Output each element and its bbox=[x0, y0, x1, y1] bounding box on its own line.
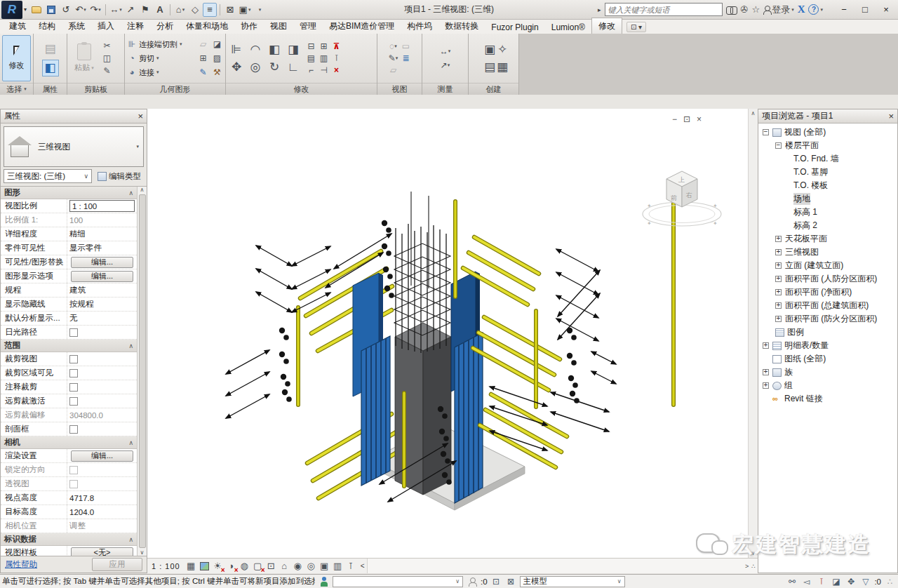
type-selector[interactable]: 三维视图 ▾ bbox=[4, 126, 144, 167]
tree-item-views[interactable]: 视图 (全部) bbox=[758, 126, 897, 139]
properties-toggle-icon[interactable]: ◧ bbox=[42, 60, 59, 76]
tree-item-area-plan-fire[interactable]: 面积平面 (防火分区面积) bbox=[758, 312, 897, 326]
expand-icon[interactable] bbox=[775, 302, 782, 309]
expand-icon[interactable] bbox=[775, 262, 782, 269]
crop-view-checkbox[interactable] bbox=[69, 355, 78, 363]
property-value[interactable]: 精细 bbox=[67, 229, 137, 239]
visibility-edit-button[interactable]: 编辑... bbox=[71, 257, 133, 268]
scale-icon[interactable]: ▥ bbox=[318, 53, 330, 64]
drag-elements-on-selection-icon[interactable]: ✥ bbox=[845, 576, 857, 587]
tree-item-sheets[interactable]: 图纸 (全部) bbox=[758, 352, 897, 366]
select-elements-by-face-icon[interactable]: ◪ bbox=[830, 576, 842, 587]
tab-view[interactable]: 视图 bbox=[264, 18, 293, 34]
aligned-dimension-icon[interactable]: ↗ bbox=[123, 3, 138, 17]
favorites-star-icon[interactable]: ☆ bbox=[751, 4, 760, 15]
viewbar-collapse-icon[interactable]: < bbox=[361, 562, 365, 570]
property-value[interactable]: 按规程 bbox=[67, 299, 137, 309]
save-icon[interactable] bbox=[44, 3, 58, 17]
tree-item-site[interactable]: 场地 bbox=[758, 192, 897, 206]
tree-item-to-slab[interactable]: T.O. 楼板 bbox=[758, 179, 897, 192]
section-identity[interactable]: 标识数据∧ bbox=[1, 533, 137, 546]
tree-item-legends[interactable]: 图例 bbox=[758, 326, 897, 339]
canvas-horizontal-scrollbar[interactable]: > ∴ bbox=[367, 559, 758, 573]
align-icon[interactable]: ⊫ bbox=[228, 41, 245, 58]
scroll-down-icon[interactable]: ∨ bbox=[751, 550, 756, 556]
graphic-display-edit-button[interactable]: 编辑... bbox=[71, 271, 133, 282]
redo-icon[interactable]: ↷▾ bbox=[88, 3, 102, 17]
view-scale-button[interactable]: 1 : 100 bbox=[152, 562, 180, 570]
3d-viewport[interactable]: − ⊡ × bbox=[147, 109, 748, 558]
expand-icon[interactable] bbox=[775, 236, 782, 242]
app-menu-arrow-icon[interactable]: ▾ bbox=[24, 6, 27, 13]
expand-icon[interactable] bbox=[763, 342, 769, 349]
render-dialog-icon[interactable]: ◍ bbox=[238, 559, 251, 573]
tab-systems[interactable]: 系统 bbox=[62, 18, 91, 34]
match-type-icon[interactable]: ✎ bbox=[101, 65, 113, 76]
section-graphics[interactable]: 图形∧ bbox=[1, 187, 137, 199]
tab-collaborate[interactable]: 协作 bbox=[234, 18, 264, 34]
section-icon[interactable]: ◇ bbox=[188, 3, 202, 17]
expand-icon[interactable] bbox=[775, 316, 782, 322]
type-selector-arrow-icon[interactable]: ▾ bbox=[136, 144, 139, 149]
tab-lumion[interactable]: Lumion® bbox=[545, 20, 591, 34]
browser-close-icon[interactable]: × bbox=[888, 111, 894, 121]
expand-icon[interactable] bbox=[763, 369, 769, 375]
expand-icon[interactable] bbox=[775, 276, 782, 282]
section-box-checkbox[interactable] bbox=[69, 425, 78, 434]
displace-icon[interactable]: ▱ bbox=[387, 65, 399, 76]
qat-customize-icon[interactable]: ▾ bbox=[253, 3, 267, 17]
scroll-up-icon[interactable]: ∧ bbox=[751, 110, 756, 116]
ribbon-display-options-button[interactable]: ⊡ ▾ bbox=[626, 22, 646, 32]
scroll-right-icon[interactable]: > bbox=[745, 563, 749, 570]
infocenter-collapse-icon[interactable]: ▸ bbox=[598, 6, 601, 13]
section-extents[interactable]: 范围∧ bbox=[1, 340, 137, 352]
select-underlay-elements-icon[interactable]: ◅ bbox=[800, 576, 812, 587]
properties-panel-label[interactable]: 属性 bbox=[34, 83, 67, 95]
sync-icon[interactable]: ↺ bbox=[59, 3, 73, 17]
sign-in-button[interactable]: 登录 ▾ bbox=[763, 4, 794, 16]
paste-button[interactable]: 粘贴▾ bbox=[69, 35, 99, 81]
property-value[interactable]: 无 bbox=[67, 313, 137, 323]
displace-elements-icon[interactable]: ▣ bbox=[318, 559, 331, 573]
properties-scrollbar[interactable]: ∧ ∨ bbox=[137, 187, 147, 556]
tree-item-families[interactable]: 族 bbox=[758, 366, 897, 379]
tree-item-revit-links[interactable]: ∞ Revit 链接 bbox=[758, 392, 897, 406]
copy-element-icon[interactable]: ◎ bbox=[247, 59, 264, 76]
filter-icon[interactable]: ▽ bbox=[859, 576, 871, 587]
annotation-crop-checkbox[interactable] bbox=[69, 383, 78, 392]
tree-item-groups[interactable]: 组 bbox=[758, 379, 897, 392]
cut-geometry-button[interactable]: ◔ 剪切▾ ⊞ ▨ bbox=[127, 51, 223, 65]
tab-structure[interactable]: 结构 bbox=[32, 18, 62, 34]
show-crop-region-icon[interactable]: ⊡ bbox=[264, 559, 278, 573]
tab-component-dock[interactable]: 构件坞 bbox=[401, 18, 438, 34]
tab-modify[interactable]: 修改 bbox=[591, 18, 622, 34]
tree-item-schedules[interactable]: 明细表/数量 bbox=[758, 339, 897, 352]
select-pinned-elements-icon[interactable]: ⊺ bbox=[815, 576, 827, 587]
create-assembly-icon[interactable]: ▦ bbox=[494, 59, 511, 76]
text-icon[interactable]: A bbox=[153, 3, 167, 17]
search-input[interactable] bbox=[605, 3, 723, 16]
search-icon[interactable] bbox=[726, 6, 737, 14]
tab-insert[interactable]: 插入 bbox=[91, 18, 121, 34]
collapse-icon[interactable] bbox=[775, 142, 782, 149]
extend-icon[interactable]: ⊣ bbox=[318, 65, 330, 76]
editable-only-icon[interactable] bbox=[466, 576, 478, 587]
temporary-view-properties-icon[interactable]: ◎ bbox=[304, 559, 318, 573]
model-svg[interactable]: ✦ ✦ ✦ ✦ 上 前 右 bbox=[147, 109, 748, 558]
linework-icon[interactable]: ✎▾ bbox=[387, 53, 399, 64]
switch-windows-icon[interactable]: ▣▾ bbox=[238, 3, 252, 17]
view-restore-icon[interactable]: ⊡ bbox=[683, 114, 690, 124]
formwork-panel-left-ribbed[interactable] bbox=[361, 336, 390, 486]
tree-item-elevations[interactable]: 立面 (建筑立面) bbox=[758, 259, 897, 272]
type-properties-icon[interactable]: ▤ bbox=[42, 41, 59, 58]
instance-selector[interactable]: 三维视图: (三维) ∨ bbox=[4, 169, 92, 183]
tab-annotate[interactable]: 注释 bbox=[121, 18, 150, 34]
mirror-pick-axis-icon[interactable]: ◧ bbox=[266, 41, 283, 58]
view-minimize-icon[interactable]: − bbox=[672, 114, 677, 124]
expand-icon[interactable] bbox=[775, 249, 782, 255]
pin-icon[interactable]: ⊺ bbox=[330, 53, 342, 64]
tree-item-level-2[interactable]: 标高 2 bbox=[758, 219, 897, 232]
design-option-selector[interactable]: 主模型 ∨ bbox=[520, 576, 625, 587]
detail-level-icon[interactable]: ▦ bbox=[185, 559, 198, 573]
hide-analytical-icon[interactable]: ▭ bbox=[400, 41, 412, 52]
